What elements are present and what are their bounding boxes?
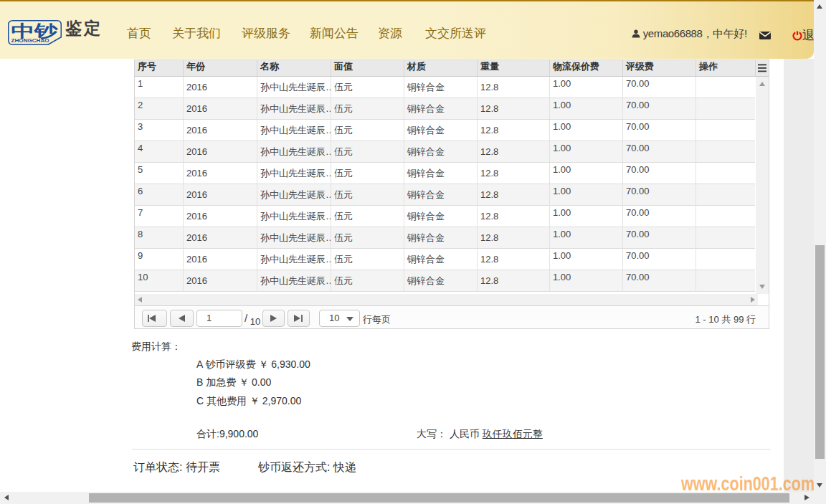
svg-text:ZHONGCHAO: ZHONGCHAO bbox=[11, 37, 49, 44]
